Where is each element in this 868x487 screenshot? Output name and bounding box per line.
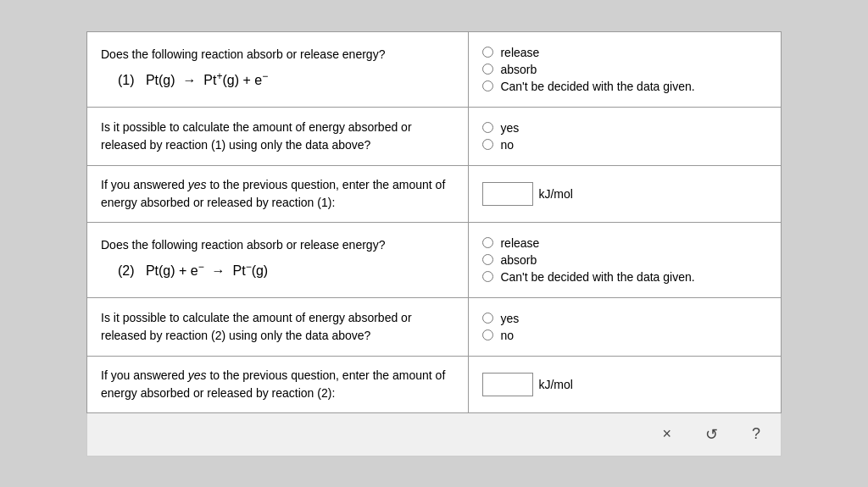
radio-option-absorb-1[interactable]: absorb [482, 63, 767, 76]
undo-button[interactable]: ↺ [698, 422, 725, 447]
radio-label-cantdecide-1: Can't be decided with the data given. [500, 80, 694, 93]
row5-right: yes no [469, 297, 782, 356]
row3-question: If you answered yes to the previous ques… [101, 176, 454, 212]
radio-option-release-2[interactable]: release [482, 236, 767, 250]
radio-cantdecide-1[interactable] [482, 80, 493, 91]
row3-input-row: kJ/mol [482, 182, 767, 206]
radio-label-cantdecide-2: Can't be decided with the data given. [500, 270, 694, 284]
radio-label-yes-2: yes [500, 312, 519, 325]
close-button[interactable]: × [655, 422, 678, 447]
row6-right: kJ/mol [469, 356, 782, 412]
radio-no-2[interactable] [482, 329, 493, 340]
radio-yes-1[interactable] [482, 122, 493, 133]
radio-option-cantdecide-1[interactable]: Can't be decided with the data given. [482, 80, 767, 93]
row6-question: If you answered yes to the previous ques… [101, 367, 454, 402]
row4-formula: (2) Pt(g) + e− → Pt−(g) [101, 254, 454, 282]
row3-left: If you answered yes to the previous ques… [87, 165, 469, 222]
row4-question: Does the following reaction absorb or re… [101, 236, 454, 254]
row3-right: kJ/mol [469, 165, 782, 222]
row1-left: Does the following reaction absorb or re… [87, 31, 469, 107]
radio-no-1[interactable] [482, 139, 493, 150]
radio-label-no-2: no [500, 329, 514, 342]
radio-label-release-2: release [500, 236, 539, 250]
row5-left: Is it possible to calculate the amount o… [87, 297, 469, 356]
row5-question: Is it possible to calculate the amount o… [101, 309, 454, 345]
radio-label-absorb-1: absorb [500, 63, 537, 76]
table-row: If you answered yes to the previous ques… [87, 356, 782, 412]
radio-absorb-1[interactable] [482, 64, 493, 75]
row6-left: If you answered yes to the previous ques… [87, 356, 469, 412]
row1-formula: (1) Pt(g) → Pt+(g) + e− [101, 64, 454, 91]
main-container: Does the following reaction absorb or re… [86, 31, 782, 457]
radio-label-absorb-2: absorb [500, 253, 537, 267]
question-table: Does the following reaction absorb or re… [86, 31, 782, 413]
row4-left: Does the following reaction absorb or re… [87, 222, 469, 297]
radio-option-absorb-2[interactable]: absorb [482, 253, 767, 267]
kj-label-2: kJ/mol [538, 378, 572, 391]
row2-right: yes no [469, 107, 782, 165]
radio-label-release-1: release [500, 46, 539, 59]
radio-option-yes-1[interactable]: yes [482, 121, 767, 135]
radio-option-no-1[interactable]: no [482, 138, 767, 152]
radio-release-2[interactable] [482, 237, 493, 248]
table-row: Does the following reaction absorb or re… [87, 31, 782, 107]
radio-label-no-1: no [500, 138, 514, 152]
energy-input-1[interactable] [482, 182, 533, 206]
row2-question: Is it possible to calculate the amount o… [101, 119, 454, 154]
radio-option-yes-2[interactable]: yes [482, 312, 767, 325]
table-row: If you answered yes to the previous ques… [87, 165, 782, 222]
table-row: Is it possible to calculate the amount o… [87, 107, 782, 165]
radio-option-no-2[interactable]: no [482, 329, 767, 342]
table-row: Is it possible to calculate the amount o… [87, 297, 782, 356]
radio-option-cantdecide-2[interactable]: Can't be decided with the data given. [482, 270, 767, 284]
energy-input-2[interactable] [482, 373, 533, 396]
radio-option-release-1[interactable]: release [482, 46, 767, 59]
row6-input-row: kJ/mol [482, 373, 767, 396]
bottom-bar: × ↺ ? [86, 413, 782, 457]
row2-left: Is it possible to calculate the amount o… [87, 107, 469, 165]
radio-cantdecide-2[interactable] [482, 271, 493, 282]
row1-question: Does the following reaction absorb or re… [101, 46, 454, 64]
row4-right: release absorb Can't be decided with the… [469, 222, 782, 297]
row1-right: release absorb Can't be decided with the… [469, 31, 782, 107]
kj-label-1: kJ/mol [538, 187, 572, 201]
radio-release-1[interactable] [482, 47, 493, 58]
table-row: Does the following reaction absorb or re… [87, 222, 782, 297]
radio-label-yes-1: yes [500, 121, 519, 135]
help-button[interactable]: ? [745, 422, 767, 447]
radio-yes-2[interactable] [482, 313, 493, 324]
radio-absorb-2[interactable] [482, 254, 493, 265]
